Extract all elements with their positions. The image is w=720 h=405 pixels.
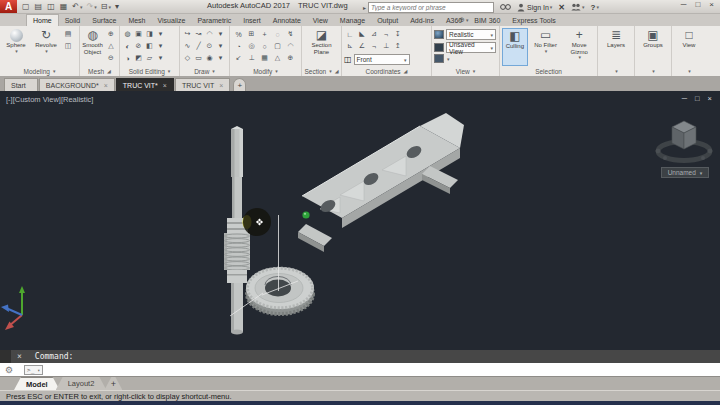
tool-icon[interactable]: ◇ (182, 52, 193, 64)
panel-label-modeling[interactable]: Modeling▾ (0, 66, 79, 76)
viewport-minimize-icon[interactable]: ─ (682, 94, 687, 103)
tool-icon[interactable]: % (232, 28, 245, 40)
panel-label-view[interactable]: View▾ (432, 66, 499, 76)
file-tab-close-icon[interactable]: × (104, 82, 108, 89)
tool-icon[interactable]: ∿ (182, 40, 193, 52)
tool-icon[interactable]: ◠ (284, 40, 297, 52)
restore-button[interactable]: □ (695, 0, 700, 9)
quick-access-button[interactable]: ⊟▾ (99, 0, 113, 13)
close-button[interactable]: × (709, 0, 714, 9)
quick-access-button[interactable]: ↷▾ (84, 0, 98, 13)
tool-icon[interactable]: ▦ (258, 52, 271, 64)
tool-icon[interactable]: ⊘ (133, 40, 144, 52)
quick-access-button[interactable]: ↶▾ (70, 0, 84, 13)
tool-icon[interactable]: ⊥ (245, 52, 258, 64)
tool-icon[interactable]: ⊙ (204, 40, 215, 52)
tool-icon[interactable]: ◩ (133, 52, 144, 64)
sign-in-caret[interactable]: ▾ (550, 4, 553, 10)
revolve-button[interactable]: ↻ Revolve▾ (32, 28, 60, 54)
ribbon-tab[interactable]: Mesh (122, 14, 151, 26)
panel-label-modify[interactable]: Modify▾ (230, 66, 301, 76)
user-icon[interactable] (517, 3, 525, 12)
tool-icon[interactable]: ▾ (215, 40, 226, 52)
no-filter-button[interactable]: ▭ No Filter▾ (530, 28, 562, 54)
tool-icon[interactable]: ▱ (144, 52, 155, 64)
culling-button[interactable]: ◧ Culling (502, 28, 528, 66)
viewport-config-caret[interactable]: ▾ (447, 56, 450, 62)
quick-access-button[interactable]: ◫ (45, 0, 58, 13)
ucs-front-dropdown[interactable]: Front▾ (354, 54, 410, 65)
search-collapse-icon[interactable]: ▸ (363, 4, 366, 11)
smooth-object-button[interactable]: ◍ Smooth Object (82, 28, 103, 55)
panel-label-solid-editing[interactable]: Solid Editing▾ (120, 66, 179, 76)
layers-button[interactable]: ≣ Layers (602, 28, 630, 49)
ribbon-tab[interactable]: BIM 360 (468, 14, 506, 26)
tool-icon[interactable]: ◌ (271, 28, 284, 40)
panel-label-section[interactable]: Section▾◢ (302, 66, 341, 76)
ribbon-tab[interactable]: Annotate (267, 14, 307, 26)
viewport-close-icon[interactable]: × (708, 94, 712, 103)
file-tab[interactable]: TRUC VIT*× (116, 78, 174, 91)
named-view-dropdown[interactable]: Unsaved View▾ (446, 42, 496, 53)
tool-icon[interactable]: ◠ (204, 28, 215, 40)
tool-icon[interactable]: ▣ (133, 28, 144, 40)
help-caret[interactable]: ▾ (596, 4, 599, 10)
tool-icon[interactable]: ◣ (356, 28, 368, 40)
tool-icon[interactable]: ◑ (122, 52, 133, 64)
file-tab-close-icon[interactable]: × (163, 82, 167, 89)
tool-icon[interactable]: ◫ (62, 40, 74, 52)
tool-icon[interactable]: ¬ (368, 40, 380, 52)
tool-icon[interactable]: ◧ (144, 40, 155, 52)
app-logo[interactable]: A (0, 0, 17, 13)
command-input-row[interactable]: ⚙ >_▾ (0, 363, 720, 377)
quick-access-button[interactable]: ▤ (33, 0, 46, 13)
tool-icon[interactable]: ◔ (232, 40, 245, 52)
tool-icon[interactable]: ⊖ (105, 52, 117, 64)
viewport-controls-label[interactable]: [-][Custom View][Realistic] (6, 95, 93, 104)
tool-icon[interactable]: ↧ (392, 28, 404, 40)
panel-label-layers[interactable]: ▾ (598, 66, 634, 76)
tool-icon[interactable]: ⊞ (245, 28, 258, 40)
tool-icon[interactable]: ▾ (155, 28, 166, 40)
sphere-button[interactable]: Sphere▾ (2, 28, 30, 54)
viewport-restore-icon[interactable]: □ (695, 94, 700, 103)
ribbon-tab[interactable]: Visualize (152, 14, 192, 26)
ribbon-tab[interactable]: Manage (334, 14, 371, 26)
ribbon-tab[interactable]: Parametric (191, 14, 237, 26)
tool-icon[interactable]: ◐ (122, 40, 133, 52)
command-chevron[interactable]: >_▾ (24, 365, 43, 375)
drawing-canvas[interactable]: [-][Custom View][Realistic] ─ □ × Unname… (0, 91, 720, 350)
ribbon-tab[interactable]: Insert (237, 14, 267, 26)
tool-icon[interactable]: ◨ (144, 28, 155, 40)
command-tools-icon[interactable]: ⚙ (5, 365, 13, 375)
ribbon-tab[interactable]: Add-ins (404, 14, 440, 26)
tool-icon[interactable]: ⊕ (284, 52, 297, 64)
tool-icon[interactable]: ∠ (356, 40, 368, 52)
viewport-config-icon[interactable] (434, 54, 444, 63)
help-icon[interactable]: ? (591, 3, 596, 12)
stay-connected-icon[interactable] (571, 3, 581, 11)
tool-icon[interactable]: ¬ (380, 28, 392, 40)
viewcube-view-dropdown[interactable]: Unnamed▾ (661, 167, 709, 178)
tool-icon[interactable]: ↥ (392, 40, 404, 52)
search-icon[interactable] (500, 3, 511, 11)
move-gizmo-button[interactable]: + Move Gizmo▾ (563, 28, 595, 61)
quick-access-button[interactable]: ▢ (20, 0, 33, 13)
ribbon-tab[interactable]: Solid (59, 14, 87, 26)
sign-in-button[interactable]: Sign In (527, 4, 549, 11)
tool-icon[interactable]: ↙ (232, 52, 245, 64)
ribbon-tab[interactable]: Express Tools (506, 14, 561, 26)
tool-icon[interactable]: + (258, 28, 271, 40)
section-plane-button[interactable]: ◪ Section Plane (306, 28, 338, 55)
tool-icon[interactable]: ▤ (62, 28, 74, 40)
exchange-apps-icon[interactable]: ✕ (558, 3, 565, 12)
tool-icon[interactable]: ▢ (271, 40, 284, 52)
tool-icon[interactable]: ↝ (193, 28, 204, 40)
groups-button[interactable]: ▣ Groups (639, 28, 667, 49)
file-tab-close-icon[interactable]: × (219, 82, 223, 89)
view-tools-button[interactable]: □ View (675, 28, 703, 49)
tool-icon[interactable]: ◍ (122, 28, 133, 40)
tool-icon[interactable]: △ (271, 52, 284, 64)
tool-icon[interactable]: ╱ (193, 40, 204, 52)
tool-icon[interactable]: ▾ (155, 52, 166, 64)
